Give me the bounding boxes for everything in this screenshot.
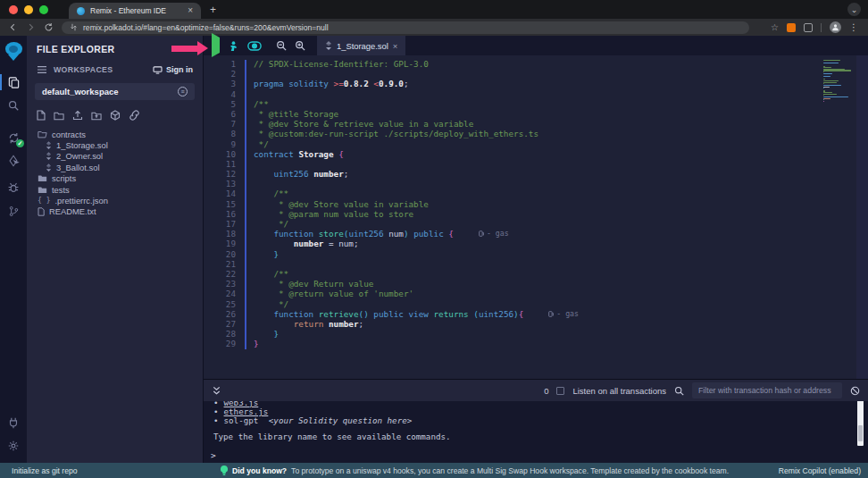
- listen-transactions-checkbox[interactable]: [556, 387, 564, 395]
- code-line[interactable]: 8 * @custom:dev-run-script ./scripts/dep…: [204, 129, 868, 138]
- code-line[interactable]: 20 }: [204, 249, 868, 259]
- workspaces-label: WORKSPACES: [54, 65, 113, 74]
- new-file-icon[interactable]: [37, 110, 46, 121]
- gas-estimate-lens[interactable]: - gas: [479, 229, 509, 239]
- sidebar-item-plugin-manager[interactable]: [0, 411, 27, 434]
- terminal-output[interactable]: •web3.js•ethers.js•sol-gpt <your Solidit…: [204, 401, 868, 463]
- code-line[interactable]: 19 number = num;: [204, 239, 868, 248]
- zoom-out-icon[interactable]: [276, 40, 287, 51]
- line-text: // SPDX-License-Identifier: GPL-3.0: [245, 59, 429, 69]
- sidebar-item-search[interactable]: [0, 94, 27, 117]
- browser-menu-icon[interactable]: ⋮: [849, 22, 858, 32]
- code-line[interactable]: 3pragma solidity >=0.8.2 <0.9.0;: [204, 79, 868, 88]
- forward-icon[interactable]: [26, 22, 36, 32]
- tab-search-chevron-icon[interactable]: ⌄: [847, 3, 861, 16]
- tree-item-contracts[interactable]: contracts: [27, 129, 203, 139]
- code-editor[interactable]: 1// SPDX-License-Identifier: GPL-3.023pr…: [204, 55, 868, 379]
- tree-item-.prettierrc.json[interactable]: { }.prettierrc.json: [27, 195, 203, 205]
- editor-minimap[interactable]: [823, 60, 853, 103]
- tree-item-3_Ballot.sol[interactable]: 3_Ballot.sol: [27, 162, 203, 172]
- terminal-search-icon[interactable]: [674, 386, 684, 396]
- cube-icon[interactable]: [110, 110, 121, 121]
- code-line[interactable]: 27 return number;: [204, 319, 868, 329]
- extension-orange-icon[interactable]: [787, 23, 796, 32]
- sidebar-item-solidity-compiler[interactable]: ✓: [0, 126, 27, 149]
- code-line[interactable]: 4: [204, 89, 868, 99]
- code-line[interactable]: 12 uint256 number;: [204, 169, 868, 179]
- site-settings-icon[interactable]: [70, 23, 78, 31]
- sidebar-item-deploy-run[interactable]: [0, 149, 27, 172]
- tab-close-icon[interactable]: ×: [188, 6, 193, 15]
- new-tab-button[interactable]: +: [210, 4, 216, 15]
- maximize-window-button[interactable]: [39, 5, 48, 14]
- extension-gray-icon[interactable]: [804, 23, 813, 32]
- remix-ai-assistant-icon[interactable]: [228, 40, 239, 52]
- code-line[interactable]: 1// SPDX-License-Identifier: GPL-3.0: [204, 59, 868, 69]
- clear-console-icon[interactable]: [850, 386, 860, 396]
- code-line[interactable]: 29}: [204, 339, 868, 348]
- code-line[interactable]: 5/**: [204, 99, 868, 109]
- editor-tab-1_Storage.sol[interactable]: 1_Storage.sol ×: [317, 36, 405, 55]
- workspace-select[interactable]: default_workspace ≡: [35, 83, 195, 100]
- code-line[interactable]: 22 /**: [204, 269, 868, 279]
- init-git-repo-button[interactable]: Initialize as git repo: [12, 466, 78, 475]
- sidebar-item-file-explorer[interactable]: [0, 71, 27, 94]
- editor-tab-close-icon[interactable]: ×: [393, 41, 398, 51]
- bookmark-star-icon[interactable]: ☆: [771, 22, 779, 32]
- close-window-button[interactable]: [9, 5, 18, 14]
- settings-gear-icon[interactable]: [0, 434, 27, 457]
- workspaces-menu-icon[interactable]: [37, 65, 47, 74]
- code-line[interactable]: 11: [204, 159, 868, 169]
- workspace-options-icon[interactable]: ≡: [178, 87, 188, 96]
- editor-scrollbar[interactable]: [856, 55, 868, 379]
- code-line[interactable]: 16 * @param num value to store: [204, 209, 868, 219]
- code-line[interactable]: 14 /**: [204, 189, 868, 198]
- upload-folder-icon[interactable]: [91, 111, 102, 121]
- remix-copilot-status[interactable]: Remix Copilot (enabled): [779, 466, 861, 475]
- code-line[interactable]: 17 */: [204, 219, 868, 229]
- code-line[interactable]: 26 function retrieve() public view retur…: [204, 309, 868, 319]
- sidebar-item-git[interactable]: [0, 199, 27, 222]
- upload-file-icon[interactable]: [72, 110, 83, 121]
- gas-estimate-lens[interactable]: - gas: [548, 309, 579, 319]
- code-line[interactable]: 13: [204, 179, 868, 189]
- code-line[interactable]: 28 }: [204, 329, 868, 339]
- transaction-filter-input[interactable]: [692, 382, 842, 398]
- code-line[interactable]: 18 function store(uint256 num) public {-…: [204, 229, 868, 239]
- toggle-icon[interactable]: [247, 41, 262, 51]
- reload-icon[interactable]: [44, 22, 54, 32]
- code-line[interactable]: 24 * @return value of 'number': [204, 289, 868, 298]
- tree-item-tests[interactable]: tests: [27, 184, 203, 195]
- new-folder-icon[interactable]: [54, 111, 64, 121]
- profile-avatar[interactable]: [830, 21, 841, 33]
- collapse-terminal-icon[interactable]: [212, 386, 221, 396]
- sign-in-button[interactable]: Sign in: [153, 65, 193, 74]
- tree-item-2_Owner.sol[interactable]: 2_Owner.sol: [27, 151, 203, 162]
- tree-item-scripts[interactable]: scripts: [27, 173, 203, 184]
- minimize-window-button[interactable]: [24, 5, 33, 14]
- tree-item-1_Storage.sol[interactable]: 1_Storage.sol: [27, 139, 203, 150]
- terminal-scrollbar[interactable]: [857, 401, 864, 446]
- remix-logo-icon[interactable]: [4, 42, 23, 62]
- terminal-prompt[interactable]: >: [211, 450, 216, 460]
- code-line[interactable]: 21: [204, 259, 868, 269]
- code-line[interactable]: 7 * @dev Store & retrieve value in a var…: [204, 119, 868, 129]
- address-bar[interactable]: remix.polkadot.io/#lang=en&optimize=fals…: [62, 21, 749, 34]
- browser-toolbar: remix.polkadot.io/#lang=en&optimize=fals…: [0, 19, 868, 36]
- code-line[interactable]: 23 * @dev Return value: [204, 279, 868, 289]
- code-line[interactable]: 15 * @dev Store value in variable: [204, 199, 868, 209]
- tree-item-README.txt[interactable]: README.txt: [27, 206, 203, 217]
- link-icon[interactable]: [129, 110, 140, 121]
- code-line[interactable]: 2: [204, 69, 868, 79]
- zoom-in-icon[interactable]: [295, 40, 305, 51]
- code-line[interactable]: 25 */: [204, 299, 868, 309]
- line-text: /**: [245, 269, 288, 279]
- run-script-button[interactable]: [212, 38, 220, 54]
- code-line[interactable]: 6 * @title Storage: [204, 109, 868, 119]
- code-line[interactable]: 9 */: [204, 139, 868, 149]
- sidebar-item-debugger[interactable]: [0, 176, 27, 199]
- folder-icon: [38, 174, 47, 182]
- back-icon[interactable]: [8, 22, 18, 32]
- browser-tab[interactable]: Remix - Ethereum IDE ×: [69, 3, 201, 19]
- code-line[interactable]: 10contract Storage {: [204, 149, 868, 159]
